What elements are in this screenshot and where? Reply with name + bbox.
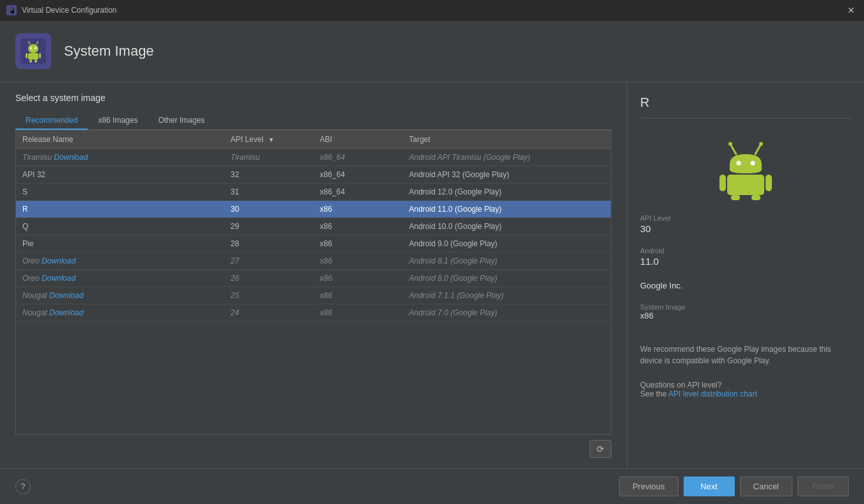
target: Android API 32 (Google Play) xyxy=(403,166,611,184)
dialog-footer: ? Previous Next Cancel Finish xyxy=(0,468,864,504)
col-abi: ABI xyxy=(313,130,403,149)
release-name: Q xyxy=(16,218,224,235)
abi: x86_64 xyxy=(313,184,403,201)
svg-rect-25 xyxy=(751,195,760,200)
download-link[interactable]: Download xyxy=(42,256,75,265)
col-api[interactable]: API Level ▼ xyxy=(224,130,314,149)
finish-button[interactable]: Finish xyxy=(797,476,849,496)
svg-rect-21 xyxy=(727,175,764,195)
api-level: 25 xyxy=(224,287,314,304)
download-link[interactable]: Download xyxy=(49,291,83,300)
vendor-value: Google Inc. xyxy=(640,281,851,290)
target: Android 7.1.1 (Google Play) xyxy=(403,287,611,304)
tab-otherimages[interactable]: Other Images xyxy=(148,112,215,130)
table-row[interactable]: S31x86_64Android 12.0 (Google Play) xyxy=(16,184,611,201)
table-row[interactable]: Oreo Download27x86Android 8.1 (Google Pl… xyxy=(16,253,611,270)
table-row[interactable]: Pie28x86Android 9.0 (Google Play) xyxy=(16,235,611,253)
download-link[interactable]: Download xyxy=(42,274,75,283)
dialog: System Image Select a system image Recom… xyxy=(0,20,864,504)
release-name: Nougat xyxy=(22,308,49,317)
header-icon xyxy=(15,33,51,69)
detail-android-section: Android 11.0 xyxy=(640,247,851,267)
table-footer: ⟳ xyxy=(15,435,611,458)
footer-left: ? xyxy=(15,479,31,494)
android-robot-container xyxy=(640,136,851,200)
table-row[interactable]: Nougat Download25x86Android 7.1.1 (Googl… xyxy=(16,287,611,304)
recommend-text: We recommend these Google Play images be… xyxy=(640,343,851,366)
svg-point-18 xyxy=(759,142,763,146)
release-name: Oreo xyxy=(22,256,42,265)
svg-point-9 xyxy=(37,42,38,43)
api-level-label: API Level xyxy=(640,214,851,222)
refresh-button[interactable]: ⟳ xyxy=(590,440,611,458)
table-row[interactable]: Oreo Download26x86Android 8.0 (Google Pl… xyxy=(16,270,611,287)
release-name: R xyxy=(16,201,224,218)
api-level: Tiramisu xyxy=(224,149,314,166)
abi: x86 xyxy=(313,235,403,253)
android-label: Android xyxy=(640,247,851,255)
target: Android 12.0 (Google Play) xyxy=(403,184,611,201)
release-name: Tiramisu xyxy=(22,153,54,162)
detail-letter: R xyxy=(640,95,851,118)
api-level-value: 30 xyxy=(640,223,851,234)
section-title: Select a system image xyxy=(15,93,611,103)
target: Android API Tiramisu (Google Play) xyxy=(403,149,611,166)
svg-point-20 xyxy=(751,161,755,166)
api-level: 26 xyxy=(224,270,314,287)
svg-point-4 xyxy=(30,47,32,49)
table-row[interactable]: R30x86Android 11.0 (Google Play) xyxy=(16,201,611,218)
title-bar-text: Virtual Device Configuration xyxy=(22,6,117,15)
tabs: Recommended x86 Images Other Images xyxy=(15,112,611,130)
svg-rect-13 xyxy=(29,59,32,63)
system-image-value: x86 xyxy=(640,311,851,320)
table-row[interactable]: API 3232x86_64Android API 32 (Google Pla… xyxy=(16,166,611,184)
svg-point-19 xyxy=(737,161,741,166)
app-icon: 📱 xyxy=(6,5,17,15)
table-body: Tiramisu DownloadTiramisux86_64Android A… xyxy=(16,149,611,322)
col-release: Release Name xyxy=(16,130,224,149)
tab-recommended[interactable]: Recommended xyxy=(15,112,88,130)
table-row[interactable]: Q29x86Android 10.0 (Google Play) xyxy=(16,218,611,235)
cancel-button[interactable]: Cancel xyxy=(740,476,792,496)
target: Android 11.0 (Google Play) xyxy=(403,201,611,218)
dialog-header: System Image xyxy=(0,20,864,83)
table-row[interactable]: Tiramisu DownloadTiramisux86_64Android A… xyxy=(16,149,611,166)
help-button[interactable]: ? xyxy=(15,479,31,494)
abi: x86 xyxy=(313,304,403,322)
api-level: 28 xyxy=(224,235,314,253)
tab-x86images[interactable]: x86 Images xyxy=(88,112,148,130)
target: Android 10.0 (Google Play) xyxy=(403,218,611,235)
image-table: Release Name API Level ▼ ABI Target Tira… xyxy=(16,130,611,322)
download-link[interactable]: Download xyxy=(54,153,88,162)
target: Android 8.0 (Google Play) xyxy=(403,270,611,287)
release-name: Oreo xyxy=(22,274,42,283)
api-level: 29 xyxy=(224,218,314,235)
previous-button[interactable]: Previous xyxy=(619,476,679,496)
next-button[interactable]: Next xyxy=(684,476,735,496)
svg-rect-24 xyxy=(731,195,740,200)
system-image-label: System Image xyxy=(640,303,851,311)
api-level: 30 xyxy=(224,201,314,218)
title-bar: 📱 Virtual Device Configuration ✕ xyxy=(0,0,864,20)
title-bar-left: 📱 Virtual Device Configuration xyxy=(6,5,117,15)
svg-text:📱: 📱 xyxy=(8,6,17,15)
svg-point-16 xyxy=(728,142,732,146)
image-table-container: Release Name API Level ▼ ABI Target Tira… xyxy=(15,130,611,435)
svg-rect-23 xyxy=(766,175,772,191)
api-level: 24 xyxy=(224,304,314,322)
svg-rect-14 xyxy=(35,59,37,63)
abi: x86 xyxy=(313,287,403,304)
col-target: Target xyxy=(403,130,611,149)
close-button[interactable]: ✕ xyxy=(845,5,858,15)
target: Android 8.1 (Google Play) xyxy=(403,253,611,270)
svg-rect-12 xyxy=(39,53,41,58)
abi: x86 xyxy=(313,218,403,235)
api-link[interactable]: API level distribution chart xyxy=(668,390,757,398)
svg-point-3 xyxy=(28,44,38,53)
release-name: S xyxy=(16,184,224,201)
abi: x86 xyxy=(313,253,403,270)
dialog-content: Select a system image Recommended x86 Im… xyxy=(0,83,864,468)
api-level: 31 xyxy=(224,184,314,201)
table-row[interactable]: Nougat Download24x86Android 7.0 (Google … xyxy=(16,304,611,322)
download-link[interactable]: Download xyxy=(49,308,83,317)
